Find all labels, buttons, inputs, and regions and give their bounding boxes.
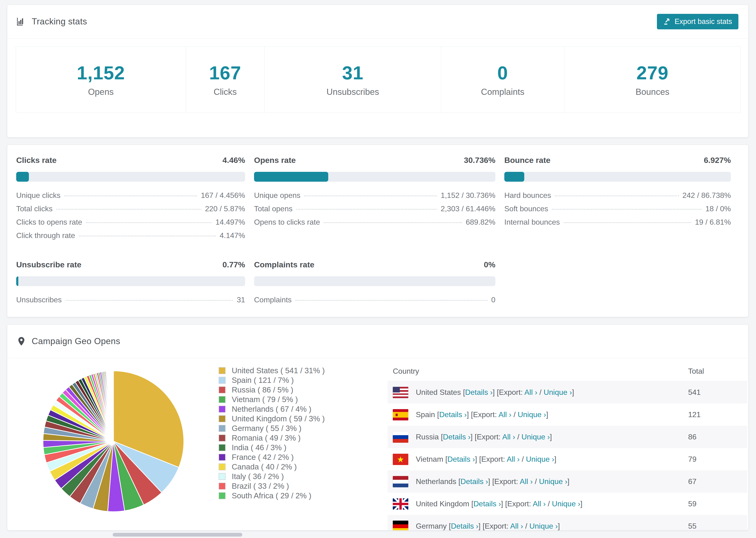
details-link[interactable]: Details › xyxy=(451,522,478,530)
geo-header: Campaign Geo Opens xyxy=(7,325,748,358)
country-links: Netherlands [Details ›] [Export: All › /… xyxy=(416,477,569,486)
export-basic-stats-button[interactable]: Export basic stats xyxy=(657,14,738,29)
export-all-link[interactable]: All › xyxy=(507,455,519,463)
export-all-link[interactable]: All › xyxy=(533,500,546,508)
details-link[interactable]: Details › xyxy=(448,455,475,463)
country-name: Netherlands xyxy=(416,477,458,486)
rate-detail-value: 220 / 5.87% xyxy=(205,204,245,213)
dotted-leader xyxy=(296,300,487,301)
export-icon xyxy=(663,18,671,26)
details-link[interactable]: Details › xyxy=(439,410,467,419)
dotted-leader xyxy=(555,195,678,196)
country-total: 55 xyxy=(688,522,747,530)
stat-label: Opens xyxy=(88,87,114,97)
es-flag-icon xyxy=(393,409,408,420)
horizontal-scrollbar-thumb[interactable] xyxy=(113,533,242,537)
export-unique-link[interactable]: Unique › xyxy=(544,388,572,397)
export-all-link[interactable]: All › xyxy=(499,410,512,419)
legend-item[interactable]: Spain ( 121 / 7% ) xyxy=(219,375,325,385)
export-all-link[interactable]: All › xyxy=(502,433,515,441)
dotted-leader xyxy=(66,300,233,301)
rate-progress-bar xyxy=(254,276,495,286)
legend-item[interactable]: South Africa ( 29 / 2% ) xyxy=(219,491,325,501)
details-link[interactable]: Details › xyxy=(443,433,470,441)
export-all-link[interactable]: All › xyxy=(520,477,533,486)
legend-item[interactable]: India ( 46 / 3% ) xyxy=(219,443,325,452)
export-all-link[interactable]: All › xyxy=(524,388,537,397)
legend-label: Spain ( 121 / 7% ) xyxy=(232,376,294,385)
legend-item[interactable]: Germany ( 55 / 3% ) xyxy=(219,423,325,433)
export-unique-link[interactable]: Unique › xyxy=(518,410,546,419)
rate-detail-value: 689.82% xyxy=(466,218,495,227)
legend-label: Italy ( 36 / 2% ) xyxy=(232,472,284,481)
legend-item[interactable]: France ( 42 / 2% ) xyxy=(219,452,325,462)
stat-value: 0 xyxy=(497,62,508,84)
export-unique-link[interactable]: Unique › xyxy=(526,455,554,463)
rate-detail-label: Total clicks xyxy=(16,204,53,213)
table-row: United States [Details ›] [Export: All ›… xyxy=(388,381,747,404)
rate-detail-label: Click through rate xyxy=(16,231,75,240)
rate-progress-fill xyxy=(16,276,18,286)
details-link[interactable]: Details › xyxy=(473,500,501,508)
export-unique-link[interactable]: Unique › xyxy=(552,500,580,508)
country-name: Spain xyxy=(416,410,437,419)
export-unique-link[interactable]: Unique › xyxy=(529,522,558,530)
gb-flag-icon xyxy=(393,498,408,510)
rate-value: 30.736% xyxy=(464,156,495,165)
dotted-leader xyxy=(79,236,216,237)
country-total: 121 xyxy=(688,410,747,419)
legend-label: India ( 46 / 3% ) xyxy=(232,443,287,452)
stat-label: Clicks xyxy=(214,87,237,97)
legend-swatch xyxy=(219,386,226,394)
stat-label: Complaints xyxy=(481,87,524,97)
summary-card: 31Unsubscribes xyxy=(264,46,441,113)
legend-item[interactable]: Italy ( 36 / 2% ) xyxy=(219,471,325,481)
country-links: Russia [Details ›] [Export: All › / Uniq… xyxy=(416,433,552,441)
map-pin-icon xyxy=(16,336,27,347)
legend-swatch xyxy=(219,483,226,490)
rate-detail-label: Hard bounces xyxy=(504,191,551,200)
legend-item[interactable]: Romania ( 49 / 3% ) xyxy=(219,433,325,443)
stat-value: 279 xyxy=(636,62,669,84)
rate-detail-value: 31 xyxy=(237,296,245,304)
rate-block: Bounce rate6.927%Hard bounces242 / 86.73… xyxy=(504,156,731,244)
details-link[interactable]: Details › xyxy=(465,388,493,397)
dotted-leader xyxy=(552,209,702,210)
summary-card: 167Clicks xyxy=(186,46,264,113)
rates-panel: Clicks rate4.46%Unique clicks167 / 4.456… xyxy=(7,144,748,317)
legend-item[interactable]: United States ( 541 / 31% ) xyxy=(219,366,325,375)
legend-label: United Kingdom ( 59 / 3% ) xyxy=(232,414,325,423)
legend-swatch xyxy=(219,377,226,384)
legend-label: France ( 42 / 2% ) xyxy=(232,453,294,462)
export-all-link[interactable]: All › xyxy=(510,522,523,530)
export-unique-link[interactable]: Unique › xyxy=(539,477,567,486)
rate-title: Bounce rate xyxy=(504,156,551,165)
rate-detail-label: Clicks to opens rate xyxy=(16,218,82,227)
legend-item[interactable]: United Kingdom ( 59 / 3% ) xyxy=(219,414,325,423)
rate-detail-value: 1,152 / 30.736% xyxy=(441,191,495,200)
geo-opens-table: CountryTotalUnited States [Details ›] [E… xyxy=(388,358,747,530)
rate-progress-fill xyxy=(16,172,29,182)
legend-item[interactable]: Canada ( 40 / 2% ) xyxy=(219,462,325,471)
country-name: Russia xyxy=(416,433,441,441)
legend-item[interactable]: Netherlands ( 67 / 4% ) xyxy=(219,404,325,414)
rate-progress-bar xyxy=(16,172,245,182)
country-total: 541 xyxy=(688,388,747,397)
legend-item[interactable]: Brazil ( 33 / 2% ) xyxy=(219,481,325,491)
rate-detail-row: Clicks to opens rate14.497% xyxy=(16,218,245,231)
legend-item[interactable]: Vietnam ( 79 / 5% ) xyxy=(219,395,325,404)
rate-progress-bar xyxy=(16,276,245,286)
country-total: 59 xyxy=(688,500,747,508)
details-link[interactable]: Details › xyxy=(460,477,488,486)
rate-value: 6.927% xyxy=(704,156,731,165)
legend-swatch xyxy=(219,405,226,413)
rate-block: Opens rate30.736%Unique opens1,152 / 30.… xyxy=(254,156,495,244)
country-total: 79 xyxy=(688,455,747,463)
legend-item[interactable]: Russia ( 86 / 5% ) xyxy=(219,385,325,395)
table-row: Spain [Details ›] [Export: All › / Uniqu… xyxy=(388,404,747,426)
rate-detail-label: Soft bounces xyxy=(504,204,548,213)
export-unique-link[interactable]: Unique › xyxy=(521,433,550,441)
rate-detail-value: 18 / 0% xyxy=(705,204,731,213)
nl-flag-icon xyxy=(393,476,408,487)
legend-swatch xyxy=(219,425,226,432)
